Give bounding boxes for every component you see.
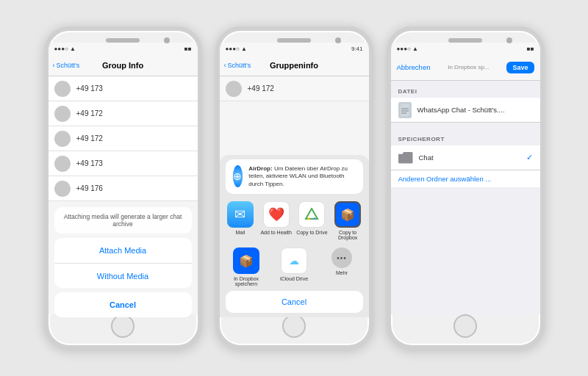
contact-item-2: +49 172 [49, 101, 198, 126]
avatar-4 [54, 156, 71, 172]
health-icon: ❤️ [263, 201, 290, 228]
screen-3: ●●●○ ▲ ■■ Abbrechen In Dropbox sp... Sav… [391, 43, 540, 314]
status-bar-2: ●●●○ ▲ 9:41 [220, 43, 369, 54]
phone-top-1 [49, 31, 198, 43]
phone-2: ●●●○ ▲ 9:41 ‹ Schütt's Gruppeninfo +49 1… [215, 26, 373, 350]
dropbox-normal-icon: 📦 [233, 247, 259, 274]
status-bar-3: ●●●○ ▲ ■■ [391, 43, 540, 54]
camera-1 [164, 37, 170, 43]
attach-media-button[interactable]: Attach Media [54, 238, 192, 263]
airdrop-text: AirDrop: Um Dateien über AirDrop zu teil… [248, 165, 355, 188]
share-row-1: ✉ Mail ❤️ Add to Health ▲ ▲ [220, 197, 369, 245]
airdrop-icon: ⊕ [233, 165, 243, 187]
home-button-3[interactable] [453, 314, 477, 338]
filename: WhatsApp Chat - Schütt's.... [417, 106, 505, 114]
other-folder-item[interactable]: Anderen Ordner auswählen ... [391, 170, 540, 187]
avatar-3 [54, 131, 71, 147]
share-app-mail[interactable]: ✉ Mail [224, 201, 257, 240]
dialog-message-1: Attaching media will generate a larger c… [54, 207, 192, 234]
camera-3 [506, 37, 512, 43]
save-nav-subtitle: In Dropbox sp... [448, 64, 489, 70]
home-button-2[interactable] [282, 314, 306, 338]
nav-bar-2: ‹ Schütt's Gruppeninfo [220, 54, 369, 76]
carrier-3: ●●●○ ▲ [397, 46, 418, 52]
save-title-area: In Dropbox sp... [448, 64, 489, 70]
carrier-1: ●●●○ ▲ [54, 46, 76, 52]
datei-header: DATEI [391, 81, 540, 98]
mail-icon: ✉ [227, 201, 254, 228]
phone-3: ●●●○ ▲ ■■ Abbrechen In Dropbox sp... Sav… [387, 26, 545, 350]
dialog-cancel-1: Cancel [54, 292, 192, 314]
nav-title-1: Group Info [102, 61, 143, 70]
screen-1: ●●●○ ▲ ■■ ‹ Schütt's Group Info +49 173 … [49, 43, 198, 314]
share-app-more[interactable]: ••• Mehr [326, 247, 358, 286]
dialog-1: Attaching media will generate a larger c… [49, 207, 198, 315]
avatar-5 [54, 181, 71, 197]
folder-icon [398, 152, 413, 164]
share-sheet: ⊕ AirDrop: Um Dateien über AirDrop zu te… [220, 155, 369, 314]
speaker-1 [106, 38, 140, 43]
drive-icon: ▲ ▲ [298, 201, 325, 228]
without-media-button[interactable]: Without Media [54, 263, 192, 288]
save-button[interactable]: Save [506, 62, 534, 73]
carrier-2: ●●●○ ▲ [226, 46, 247, 52]
phone-bottom-1 [49, 314, 198, 345]
speicherort-header: SPEICHERORT [391, 129, 540, 145]
location-label: Chat [419, 153, 434, 162]
avatar-2a [226, 81, 242, 97]
phone-top-3 [391, 31, 540, 43]
dropbox-selected-icon: 📦 [334, 201, 361, 228]
checkmark-icon: ✓ [526, 153, 533, 162]
share-app-icloud[interactable]: ☁ iCloud Drive [278, 247, 310, 286]
location-left: Chat [398, 152, 434, 164]
share-app-drive[interactable]: ▲ ▲ Copy to Drive [295, 201, 328, 240]
contact-item-5: +49 176 [49, 176, 198, 201]
cancel-button-1[interactable]: Cancel [54, 292, 192, 314]
share-cancel[interactable]: Cancel [226, 291, 363, 313]
phone-1: ●●●○ ▲ ■■ ‹ Schütt's Group Info +49 173 … [44, 26, 202, 350]
svg-text:▲: ▲ [312, 216, 317, 220]
icloud-icon: ☁ [281, 247, 307, 274]
cancel-button-3[interactable]: Abbrechen [397, 63, 431, 71]
time-2: 9:41 [351, 46, 363, 52]
location-item-chat[interactable]: Chat ✓ [391, 145, 540, 170]
file-item: WhatsApp Chat - Schütt's.... [391, 98, 540, 123]
dialog-actions-1: Attach Media Without Media [54, 238, 192, 289]
status-bar-1: ●●●○ ▲ ■■ [49, 43, 198, 54]
phone-top-2 [220, 31, 369, 43]
phone-bottom-2 [220, 314, 369, 345]
speaker-3 [448, 38, 482, 43]
speaker-2 [277, 38, 311, 43]
battery-3: ■■ [527, 46, 534, 52]
back-btn-2[interactable]: ‹ Schütt's [224, 62, 251, 69]
nav-title-2: Gruppeninfo [270, 61, 318, 70]
svg-text:▲: ▲ [306, 216, 311, 220]
more-icon: ••• [331, 247, 352, 268]
share-app-dropbox-normal[interactable]: 📦 In Dropbox speichern [230, 247, 262, 286]
airdrop-section: ⊕ AirDrop: Um Dateien über AirDrop zu te… [226, 159, 363, 194]
avatar-1 [54, 81, 71, 97]
back-btn-1[interactable]: ‹ Schütt's [53, 62, 80, 69]
share-app-dropbox-selected[interactable]: 📦 Copy to Dropbox [331, 201, 364, 240]
battery-1: ■■ [184, 46, 192, 52]
camera-2 [335, 37, 341, 43]
share-app-health[interactable]: ❤️ Add to Health [260, 201, 293, 240]
file-icon [398, 102, 412, 118]
nav-bar-1: ‹ Schütt's Group Info [49, 54, 198, 76]
svg-rect-4 [400, 104, 410, 117]
share-row-2: 📦 In Dropbox speichern ☁ iCloud Drive ••… [220, 245, 369, 288]
contact-item-3: +49 172 [49, 126, 198, 151]
avatar-2 [54, 106, 71, 122]
contact-2: +49 172 [220, 76, 369, 101]
screen-2: ●●●○ ▲ 9:41 ‹ Schütt's Gruppeninfo +49 1… [220, 43, 369, 314]
save-nav: Abbrechen In Dropbox sp... Save [391, 54, 540, 81]
other-folder-label: Anderen Ordner auswählen ... [391, 170, 540, 187]
home-button-1[interactable] [111, 314, 135, 338]
phone-bottom-3 [391, 314, 540, 345]
contact-item-1: +49 173 [49, 76, 198, 101]
contact-item-4: +49 173 [49, 151, 198, 176]
